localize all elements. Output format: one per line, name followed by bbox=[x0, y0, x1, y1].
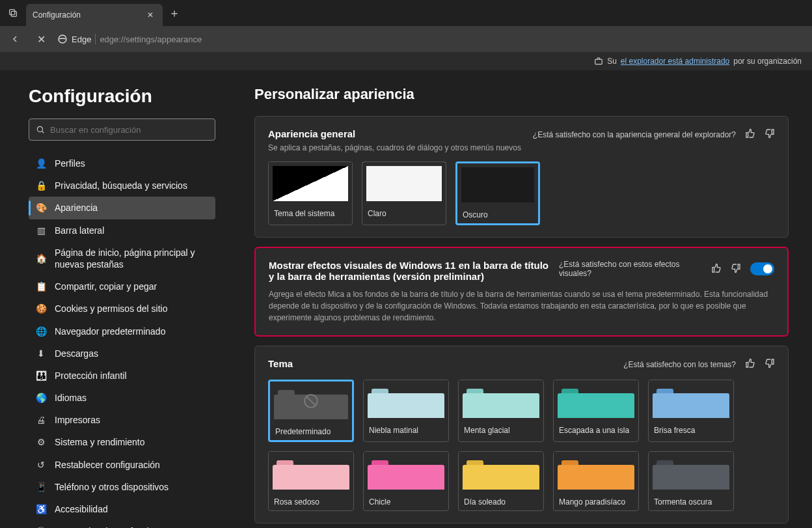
effects-desc: Agrega el efecto Mica a los fondos de la… bbox=[269, 288, 774, 324]
url-text: edge://settings/appearance bbox=[100, 35, 202, 44]
nav-icon: ⬇ bbox=[35, 348, 47, 359]
theme-label: Escapada a una isla bbox=[554, 422, 638, 439]
managed-prefix: Su bbox=[607, 57, 617, 66]
appearance-option-2[interactable]: Oscuro bbox=[455, 161, 540, 225]
nav-label: Barra lateral bbox=[55, 225, 104, 236]
new-tab-button[interactable]: ＋ bbox=[163, 5, 186, 21]
appearance-option-0[interactable]: Tema del sistema bbox=[268, 161, 353, 225]
back-button[interactable] bbox=[5, 29, 25, 49]
address-bar: ✕ Edge edge://settings/appearance bbox=[0, 26, 812, 52]
effects-toggle[interactable] bbox=[750, 262, 774, 275]
nav-label: Descargas bbox=[55, 348, 98, 359]
theme-swatch bbox=[649, 380, 733, 422]
theme-swatch bbox=[554, 452, 638, 493]
nav-icon: 🖨 bbox=[35, 414, 47, 426]
sidebar-item-12[interactable]: ⚙Sistema y rendimiento bbox=[29, 431, 215, 453]
general-feedback-text: ¿Está satisfecho con la apariencia gener… bbox=[533, 130, 736, 139]
nav-label: Accesibilidad bbox=[55, 503, 108, 515]
visual-effects-panel: Mostrar efectos visuales de Windows 11 e… bbox=[254, 247, 789, 337]
sidebar-item-14[interactable]: 📱Teléfono y otros dispositivos bbox=[29, 476, 215, 498]
theme-label: Niebla matinal bbox=[364, 422, 448, 439]
nav-icon: 🍪 bbox=[35, 303, 47, 314]
sidebar-item-11[interactable]: 🖨Impresoras bbox=[29, 409, 215, 431]
theme-swatch bbox=[270, 382, 352, 423]
theme-panel: Tema ¿Está satisfecho con los temas? Pre… bbox=[254, 346, 789, 523]
theme-swatch bbox=[269, 452, 353, 493]
theme-label: Chicle bbox=[364, 493, 448, 510]
close-tab-icon[interactable]: ✕ bbox=[144, 10, 156, 20]
settings-sidebar: Configuración 👤Perfiles🔒Privacidad, búsq… bbox=[0, 70, 231, 528]
theme-swatch bbox=[364, 452, 448, 493]
sidebar-item-3[interactable]: ▥Barra lateral bbox=[29, 219, 215, 242]
sidebar-item-9[interactable]: 👪Protección infantil bbox=[29, 365, 215, 387]
effects-title: Mostrar efectos visuales de Windows 11 e… bbox=[269, 260, 548, 282]
main-panel: Personalizar apariencia Apariencia gener… bbox=[231, 70, 812, 528]
theme-swatch bbox=[459, 452, 543, 493]
managed-bar: Su el explorador está administrado por s… bbox=[0, 52, 812, 70]
nav-icon: ♿ bbox=[35, 503, 47, 515]
title-bar: Configuración ✕ ＋ bbox=[0, 0, 812, 26]
nav-icon: ⓔ bbox=[35, 525, 47, 528]
appearance-option-1[interactable]: Claro bbox=[362, 161, 446, 225]
sidebar-item-8[interactable]: ⬇Descargas bbox=[29, 342, 215, 365]
nav-label: Sistema y rendimiento bbox=[55, 436, 145, 448]
browser-name: Edge bbox=[72, 35, 91, 44]
sidebar-item-15[interactable]: ♿Accesibilidad bbox=[29, 498, 215, 520]
sidebar-item-4[interactable]: 🏠Página de inicio, página principal y nu… bbox=[29, 242, 215, 275]
sidebar-item-6[interactable]: 🍪Cookies y permisos del sitio bbox=[29, 298, 215, 320]
sidebar-item-16[interactable]: ⓔAcerca de Microsoft Edge bbox=[29, 520, 215, 528]
nav-icon: 📋 bbox=[35, 281, 47, 292]
close-icon[interactable]: ✕ bbox=[31, 29, 51, 49]
sidebar-item-13[interactable]: ↺Restablecer configuración bbox=[29, 454, 215, 476]
theme-card[interactable]: Rosa sedoso bbox=[268, 451, 354, 511]
theme-card[interactable]: Brisa fresca bbox=[648, 380, 734, 442]
theme-card[interactable]: Escapada a una isla bbox=[553, 380, 639, 442]
tab-actions-icon[interactable] bbox=[0, 8, 26, 18]
thumbs-down-icon[interactable] bbox=[765, 358, 775, 370]
nav-icon: 👤 bbox=[35, 158, 47, 169]
sidebar-item-7[interactable]: 🌐Navegador predeterminado bbox=[29, 320, 215, 342]
theme-label: Día soleado bbox=[459, 493, 543, 510]
theme-label: Menta glacial bbox=[459, 422, 543, 439]
swatch bbox=[457, 163, 538, 206]
sidebar-item-1[interactable]: 🔒Privacidad, búsqueda y servicios bbox=[29, 174, 215, 197]
nav-icon: 📱 bbox=[35, 481, 47, 493]
theme-feedback-text: ¿Está satisfecho con los temas? bbox=[623, 360, 736, 369]
theme-card[interactable]: Menta glacial bbox=[458, 380, 544, 442]
nav-icon: 👪 bbox=[35, 370, 47, 382]
managed-suffix: por su organización bbox=[733, 57, 802, 66]
sidebar-item-5[interactable]: 📋Compartir, copiar y pegar bbox=[29, 275, 215, 298]
nav-icon: ⚙ bbox=[35, 436, 47, 448]
search-input[interactable] bbox=[50, 125, 208, 135]
theme-card[interactable]: Mango paradisíaco bbox=[553, 451, 639, 511]
thumbs-up-icon[interactable] bbox=[745, 128, 755, 141]
search-input-wrapper[interactable] bbox=[29, 118, 215, 141]
sidebar-title: Configuración bbox=[29, 86, 215, 107]
tab-title: Configuración bbox=[33, 10, 81, 20]
thumbs-up-icon[interactable] bbox=[711, 263, 722, 275]
thumbs-up-icon[interactable] bbox=[745, 358, 755, 370]
svg-rect-3 bbox=[595, 59, 602, 64]
nav-icon: 🏠 bbox=[35, 253, 47, 264]
thumbs-down-icon[interactable] bbox=[765, 128, 775, 141]
nav-label: Teléfono y otros dispositivos bbox=[55, 481, 169, 493]
theme-card[interactable]: Tormenta oscura bbox=[648, 451, 734, 511]
nav-label: Página de inicio, página principal y nue… bbox=[55, 247, 209, 270]
managed-link[interactable]: el explorador está administrado bbox=[621, 57, 729, 66]
svg-rect-1 bbox=[11, 11, 16, 16]
browser-tab[interactable]: Configuración ✕ bbox=[26, 4, 163, 26]
theme-card[interactable]: Niebla matinal bbox=[363, 380, 449, 442]
nav-icon: 🌐 bbox=[35, 326, 47, 337]
site-identity[interactable]: Edge edge://settings/appearance bbox=[57, 34, 202, 44]
theme-card[interactable]: Predeterminado bbox=[268, 380, 354, 442]
sidebar-item-0[interactable]: 👤Perfiles bbox=[29, 152, 215, 174]
nav-label: Compartir, copiar y pegar bbox=[55, 281, 157, 292]
theme-card[interactable]: Chicle bbox=[363, 451, 449, 511]
nav-label: Protección infantil bbox=[55, 370, 127, 382]
sidebar-item-2[interactable]: 🎨Apariencia bbox=[29, 197, 215, 219]
nav-label: Impresoras bbox=[55, 414, 100, 426]
theme-card[interactable]: Día soleado bbox=[458, 451, 544, 511]
sidebar-item-10[interactable]: 🌎Idiomas bbox=[29, 387, 215, 409]
thumbs-down-icon[interactable] bbox=[731, 263, 741, 275]
option-label: Claro bbox=[362, 205, 446, 222]
